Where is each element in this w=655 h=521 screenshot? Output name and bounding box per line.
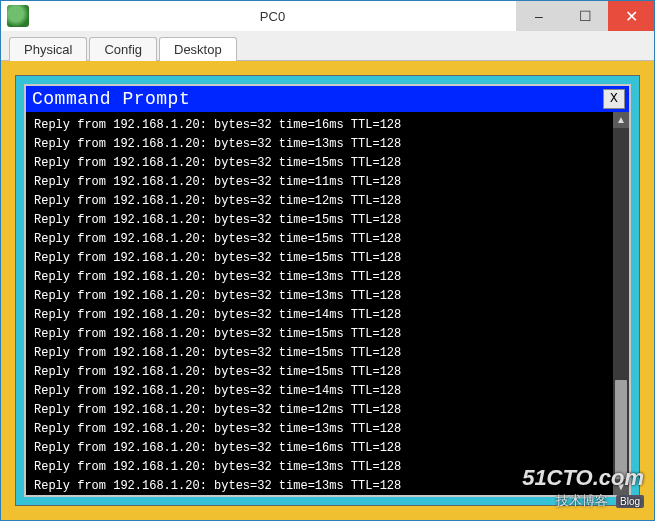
app-window: PC0 – ☐ ✕ Physical Config Desktop Comman… [0, 0, 655, 521]
window-title: PC0 [29, 9, 516, 24]
app-icon [7, 5, 29, 27]
tabstrip: Physical Config Desktop [1, 31, 654, 61]
window-controls: – ☐ ✕ [516, 1, 654, 31]
scroll-up-icon[interactable]: ▲ [613, 112, 629, 128]
maximize-button[interactable]: ☐ [562, 1, 608, 31]
tab-config[interactable]: Config [89, 37, 157, 61]
command-prompt-close-button[interactable]: X [603, 89, 625, 109]
close-button[interactable]: ✕ [608, 1, 654, 31]
tab-physical[interactable]: Physical [9, 37, 87, 61]
command-prompt-scrollbar[interactable]: ▲ ▼ [613, 112, 629, 495]
client-area: Command Prompt X Reply from 192.168.1.20… [1, 61, 654, 520]
command-prompt-window: Command Prompt X Reply from 192.168.1.20… [24, 84, 631, 497]
command-prompt-output[interactable]: Reply from 192.168.1.20: bytes=32 time=1… [26, 112, 629, 495]
desktop-panel: Command Prompt X Reply from 192.168.1.20… [15, 75, 640, 506]
window-titlebar[interactable]: PC0 – ☐ ✕ [1, 1, 654, 31]
command-prompt-titlebar[interactable]: Command Prompt X [26, 86, 629, 112]
command-prompt-title: Command Prompt [32, 89, 190, 109]
tab-desktop[interactable]: Desktop [159, 37, 237, 61]
scroll-down-icon[interactable]: ▼ [613, 479, 629, 495]
scroll-thumb[interactable] [615, 380, 627, 480]
minimize-button[interactable]: – [516, 1, 562, 31]
